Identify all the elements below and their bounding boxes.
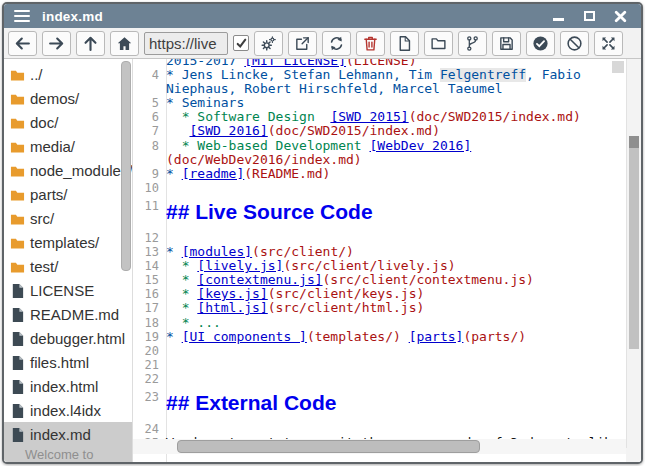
markdown-link[interactable]: [UI components ] (182, 330, 307, 344)
editor-line[interactable]: 6 * Software Design [SWD 2015](doc/SWD20… (133, 110, 626, 124)
code-token: * Web-based Development (166, 139, 370, 153)
editor-line[interactable]: Niephaus, Robert Hirschfeld, Marcel Taeu… (133, 82, 626, 96)
sidebar-scrollbar[interactable] (121, 61, 131, 271)
markdown-link[interactable]: [SWD 2015] (330, 110, 408, 124)
horizontal-scrollbar-thumb[interactable] (177, 440, 480, 453)
file-label: media/ (30, 138, 75, 155)
markdown-link[interactable]: [readme] (182, 167, 245, 181)
line-number: 5 (133, 96, 166, 110)
sidebar-item-debugger-html[interactable]: debugger.html (4, 326, 132, 350)
url-checkbox[interactable] (233, 35, 249, 51)
editor-line[interactable]: 15 * [contextmenu.js](src/client/context… (133, 273, 626, 287)
folder-icon (10, 115, 25, 130)
editor-line[interactable]: 18 * ... (133, 316, 626, 330)
sidebar-item-demos[interactable]: demos/ (4, 86, 132, 110)
editor-line[interactable]: 23## External Code (133, 386, 626, 422)
editor-line[interactable]: 13* [modules](src/client/) (133, 245, 626, 259)
editor-vertical-scrollbar[interactable] (626, 59, 641, 448)
editor-horizontal-scrollbar[interactable] (133, 439, 626, 454)
new-folder-button[interactable] (424, 31, 453, 56)
close-button[interactable] (613, 9, 627, 23)
editor-line[interactable]: 2015-2017 [MIT LICENSE](LICENSE) (133, 59, 626, 68)
file-icon (10, 379, 25, 394)
markdown-heading: ## Live Source Code (166, 195, 373, 231)
settings-button[interactable] (254, 31, 283, 56)
file-label: README.md (30, 306, 119, 323)
editor-line[interactable]: 16 * [keys.js](src/client/keys.js) (133, 287, 626, 301)
file-label: doc/ (30, 114, 58, 131)
fullscreen-button[interactable] (594, 31, 623, 56)
markdown-link[interactable]: [parts] (409, 330, 464, 344)
line-number: 16 (133, 287, 166, 301)
refresh-icon (328, 35, 345, 52)
sidebar-item-test[interactable]: test/ (4, 254, 132, 278)
markdown-link[interactable]: [MIT LICENSE] (244, 59, 346, 68)
sidebar-item-parts[interactable]: parts/ (4, 182, 132, 206)
url-input[interactable] (144, 32, 228, 55)
sidebar-item-src[interactable]: src/ (4, 206, 132, 230)
editor-line[interactable]: 21 (133, 358, 626, 372)
editor-line[interactable]: 24 (133, 422, 626, 436)
editor-line[interactable]: 22 (133, 372, 626, 386)
markdown-link[interactable]: [contextmenu.js] (197, 273, 322, 287)
vertical-scrollbar-thumb[interactable] (629, 136, 639, 349)
reload-button[interactable] (322, 31, 351, 56)
editor-line[interactable]: 8 * Web-based Development [WebDev 2016] (133, 139, 626, 153)
editor-line[interactable]: 19* [UI components ](templates/) [parts]… (133, 330, 626, 344)
sidebar-item-index-l4idx[interactable]: index.l4idx (4, 398, 132, 422)
editor-line[interactable]: 11## Live Source Code (133, 195, 626, 231)
forward-button[interactable] (42, 31, 71, 56)
code-text: * [contextmenu.js](src/client/contextmen… (166, 273, 534, 287)
code-text: Niephaus, Robert Hirschfeld, Marcel Taeu… (166, 82, 503, 96)
menu-button[interactable] (14, 7, 30, 24)
sidebar-item-node-modules[interactable]: node_modules/ (4, 158, 132, 182)
sidebar-item-index-html[interactable]: index.html (4, 374, 132, 398)
markdown-link[interactable]: [WebDev 2016] (370, 139, 472, 153)
open-external-button[interactable] (288, 31, 317, 56)
editor-line[interactable]: (doc/WebDev2016/index.md) (133, 153, 626, 167)
delete-button[interactable] (356, 31, 385, 56)
editor-line[interactable]: 20 (133, 344, 626, 358)
sidebar-item-index-md[interactable]: index.md (4, 422, 132, 446)
editor-line[interactable]: 17 * [html.js](src/client/html.js) (133, 301, 626, 315)
sidebar-item-templates[interactable]: templates/ (4, 230, 132, 254)
up-button[interactable] (76, 31, 105, 56)
sidebar-item-media[interactable]: media/ (4, 134, 132, 158)
accept-button[interactable] (526, 31, 555, 56)
markdown-link[interactable]: [SWD 2016] (189, 124, 267, 138)
code-area[interactable]: 2015-2017 [MIT LICENSE](LICENSE)4* Jens … (133, 59, 626, 450)
editor-line[interactable]: 4* Jens Lincke, Stefan Lehmann, Tim Felg… (133, 68, 626, 82)
editor-line[interactable]: 9* [readme](README.md) (133, 167, 626, 181)
save-button[interactable] (492, 31, 521, 56)
line-number: 24 (133, 422, 166, 436)
sidebar-item-files-html[interactable]: files.html (4, 350, 132, 374)
markdown-link[interactable]: [modules] (182, 245, 252, 259)
trash-icon (362, 35, 379, 52)
code-token: * (166, 167, 182, 181)
editor-line[interactable]: 12 (133, 231, 626, 245)
sidebar-item-readme-md[interactable]: README.md (4, 302, 132, 326)
home-button[interactable] (110, 31, 139, 56)
code-token: , Fabio (526, 68, 581, 82)
editor-line[interactable]: 10 (133, 181, 626, 195)
markdown-link[interactable]: [lively.js] (197, 259, 283, 273)
markdown-link[interactable]: [keys.js] (197, 287, 267, 301)
file-list: ../demos/doc/media/node_modules/parts/sr… (4, 62, 132, 446)
sidebar-item-license[interactable]: LICENSE (4, 278, 132, 302)
sidebar-item-doc[interactable]: doc/ (4, 110, 132, 134)
editor-line[interactable]: 7 [SWD 2016](doc/SWD2015/index.md) (133, 124, 626, 138)
markdown-editor[interactable]: 2015-2017 [MIT LICENSE](LICENSE)4* Jens … (132, 59, 641, 462)
line-number: 10 (133, 181, 166, 195)
maximize-button[interactable] (582, 9, 596, 23)
new-file-button[interactable] (390, 31, 419, 56)
line-number: 20 (133, 344, 166, 358)
back-button[interactable] (8, 31, 37, 56)
sidebar-item-[interactable]: ../ (4, 62, 132, 86)
minimize-button[interactable] (551, 9, 565, 23)
code-token: * (166, 287, 197, 301)
editor-line[interactable]: 5* Seminars (133, 96, 626, 110)
cancel-button[interactable] (560, 31, 589, 56)
versions-button[interactable] (458, 31, 487, 56)
editor-line[interactable]: 14 * [lively.js](src/client/lively.js) (133, 259, 626, 273)
markdown-link[interactable]: [html.js] (197, 301, 267, 315)
